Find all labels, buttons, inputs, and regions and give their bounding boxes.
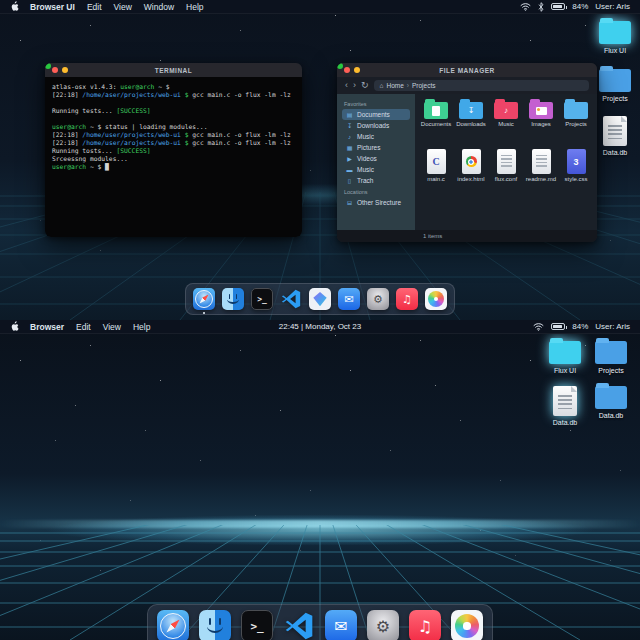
battery-icon[interactable] <box>551 323 565 330</box>
dock-item-vscode[interactable] <box>283 610 315 640</box>
battery-icon[interactable] <box>551 3 565 10</box>
menu-browser[interactable]: Browser <box>30 322 64 332</box>
menu-view[interactable]: View <box>114 2 132 12</box>
dock-item-vscode[interactable] <box>280 288 302 310</box>
dock-settings-icon[interactable]: ⚙ <box>367 610 399 640</box>
dock-music-icon[interactable]: ♫ <box>409 610 441 640</box>
sidebar-item-trach[interactable]: ▯Trach <box>342 175 410 186</box>
dock-item-terminal[interactable]: >_ <box>251 288 273 310</box>
terminal-window[interactable]: TERMINAL atlas-osx v1.4.3: user@arch ~ $… <box>45 63 302 237</box>
terminal-line <box>52 115 295 123</box>
desktop-icon-label: Projects <box>598 367 623 374</box>
sidebar-item-music[interactable]: ♪Music <box>342 131 410 142</box>
sidebar-item-downloads[interactable]: ↧Downloads <box>342 120 410 131</box>
back-button[interactable]: ‹ <box>345 81 348 90</box>
desktop-icon-label: Flux UI <box>604 47 626 54</box>
dock-item-mail[interactable]: ✉ <box>338 288 360 310</box>
menu-list: BrowserEditViewHelp <box>30 322 150 332</box>
dock-safari-icon[interactable] <box>193 288 215 310</box>
dock-item-mail[interactable]: ✉ <box>325 610 357 640</box>
dock-settings-icon[interactable]: ⚙ <box>367 288 389 310</box>
desktop-icon-data-db[interactable]: Data.db <box>592 116 638 156</box>
dock-vscode-icon[interactable] <box>283 610 315 640</box>
dock-photos-icon[interactable] <box>425 288 447 310</box>
video-icon: ▶ <box>346 155 353 162</box>
dock-item-music[interactable]: ♫ <box>396 288 418 310</box>
apple-menu-icon[interactable] <box>10 321 19 332</box>
refresh-button[interactable]: ↻ <box>361 81 369 90</box>
file-manager-content[interactable]: Documents↧Downloads♪MusicImagesProjectsC… <box>415 94 597 230</box>
file-flux-conf[interactable]: flux.conf <box>489 149 523 182</box>
dock-item-flux[interactable] <box>309 288 331 310</box>
dock-item-photos[interactable] <box>451 610 483 640</box>
menu-browser-ui[interactable]: Browser UI <box>30 2 75 12</box>
file-manager-titlebar[interactable]: FILE MANAGER <box>337 63 597 77</box>
sidebar-item-pictures[interactable]: ▦Pictures <box>342 142 410 153</box>
apple-menu-icon[interactable] <box>10 1 19 12</box>
menu-help[interactable]: Help <box>133 322 150 332</box>
file-label: index.html <box>457 176 484 182</box>
dock-finder-icon[interactable] <box>199 610 231 640</box>
desktop-icon-label: Data.db <box>553 419 578 426</box>
breadcrumb-projects[interactable]: Projects <box>412 82 435 89</box>
dock-finder-icon[interactable] <box>222 288 244 310</box>
wifi-icon[interactable] <box>520 2 531 11</box>
folder-projects[interactable]: Projects <box>559 102 593 127</box>
dock-safari-icon[interactable] <box>157 610 189 640</box>
dock-item-terminal[interactable]: >_ <box>241 610 273 640</box>
dock-item-safari[interactable] <box>193 288 215 310</box>
dock-terminal-icon[interactable]: >_ <box>241 610 273 640</box>
dock-music-icon[interactable]: ♫ <box>396 288 418 310</box>
file-manager-window[interactable]: FILE MANAGER ‹ › ↻ ⌂ Home › Projects Fav… <box>337 63 597 242</box>
dock-item-music[interactable]: ♫ <box>409 610 441 640</box>
wifi-icon[interactable] <box>533 322 544 331</box>
dock-item-safari[interactable] <box>157 610 189 640</box>
dock-photos-icon[interactable] <box>451 610 483 640</box>
desktop-icon-projects[interactable]: Projects <box>592 69 638 102</box>
menu-view[interactable]: View <box>103 322 121 332</box>
folder-music[interactable]: ♪Music <box>489 102 523 127</box>
sidebar-item-music[interactable]: ▬Music <box>342 164 410 175</box>
menu-help[interactable]: Help <box>186 2 203 12</box>
menu-edit[interactable]: Edit <box>76 322 91 332</box>
dock-item-photos[interactable] <box>425 288 447 310</box>
sidebar-item-other-sirecture[interactable]: ⊟Other Sirecture <box>342 197 410 208</box>
clock[interactable]: 22:45 | Monday, Oct 23 <box>279 322 361 331</box>
folder-documents[interactable]: Documents <box>419 102 453 127</box>
dock-item-finder[interactable] <box>222 288 244 310</box>
desktop-icon-data-db[interactable]: Data.db <box>588 386 634 419</box>
breadcrumb[interactable]: ⌂ Home › Projects <box>374 80 589 91</box>
menu-window[interactable]: Window <box>144 2 174 12</box>
folder-downloads[interactable]: ↧Downloads <box>454 102 488 127</box>
dock-vscode-icon[interactable] <box>280 288 302 310</box>
dock-flux-icon[interactable] <box>309 288 331 310</box>
forward-button[interactable]: › <box>353 81 356 90</box>
menu-edit[interactable]: Edit <box>87 2 102 12</box>
sidebar-item-label: Music <box>357 133 374 140</box>
file-readme-md[interactable]: readme.md <box>524 149 558 182</box>
bluetooth-icon[interactable] <box>538 2 544 12</box>
horizon-glow <box>0 510 640 550</box>
terminal-titlebar[interactable]: TERMINAL <box>45 63 302 77</box>
file-icon <box>462 149 481 174</box>
file-style-css[interactable]: 3style.css <box>559 149 593 182</box>
sidebar-item-documents[interactable]: ▤Documents <box>342 109 410 120</box>
terminal-output[interactable]: atlas-osx v1.4.3: user@arch ~ $[22:18] /… <box>45 77 302 237</box>
breadcrumb-home[interactable]: Home <box>386 82 403 89</box>
desktop-icon-flux-ui[interactable]: Flux UI <box>592 21 638 54</box>
file-index-html[interactable]: index.html <box>454 149 488 182</box>
dock-item-settings[interactable]: ⚙ <box>367 288 389 310</box>
folder-images[interactable]: Images <box>524 102 558 127</box>
dock-mail-icon[interactable]: ✉ <box>325 610 357 640</box>
dock-item-settings[interactable]: ⚙ <box>367 610 399 640</box>
folder-icon <box>549 341 581 364</box>
desktop-icon-data-db[interactable]: Data.db <box>542 386 588 426</box>
dock-terminal-icon[interactable]: >_ <box>251 288 273 310</box>
sidebar-item-videos[interactable]: ▶Videos <box>342 153 410 164</box>
file-main-c[interactable]: Cmain.c <box>419 149 453 182</box>
desktop-icon-flux-ui[interactable]: Flux UI <box>542 341 588 374</box>
desktop-icon-projects[interactable]: Projects <box>588 341 634 374</box>
dock-item-finder[interactable] <box>199 610 231 640</box>
dock-mail-icon[interactable]: ✉ <box>338 288 360 310</box>
horizon-glow-line <box>0 520 640 528</box>
